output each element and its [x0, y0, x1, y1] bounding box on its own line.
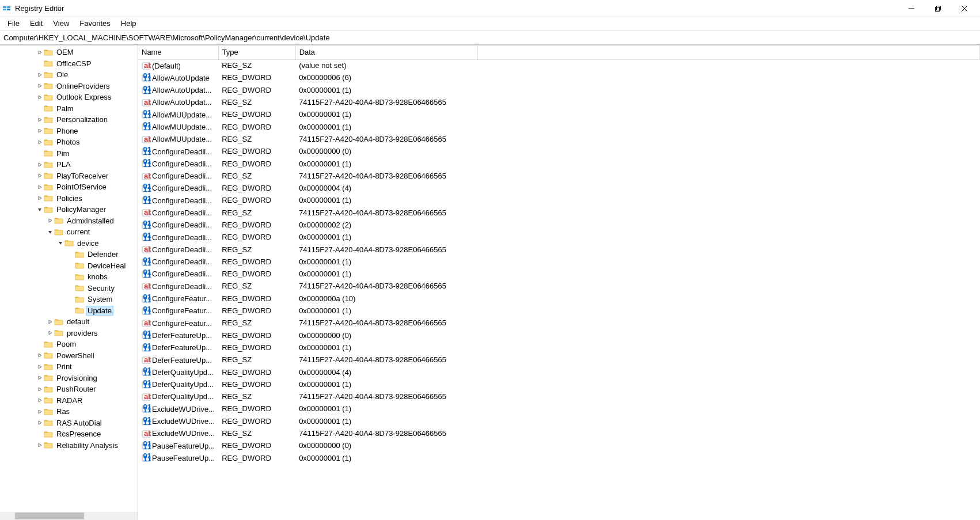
tree-node-providers[interactable]: providers [0, 328, 138, 339]
value-row[interactable]: 011110ExcludeWUDrive...REG_DWORD0x000000… [138, 415, 980, 427]
tree-node-admxinstalled[interactable]: AdmxInstalled [0, 215, 138, 227]
tree-node-rcspresence[interactable]: RcsPresence [0, 428, 138, 440]
tree-node-ole[interactable]: Ole [0, 69, 138, 81]
values-pane[interactable]: Name Type Data ab(Default)REG_SZ(value n… [138, 45, 980, 520]
tree-node-policymanager[interactable]: PolicyManager [0, 204, 138, 215]
column-header-name[interactable]: Name [138, 45, 218, 59]
column-header-data[interactable]: Data [295, 45, 477, 59]
value-row[interactable]: abConfigureDeadli...REG_SZ74115F27-A420-… [138, 170, 980, 182]
tree-node-pla[interactable]: PLA [0, 159, 138, 170]
chevron-right-icon[interactable] [36, 161, 44, 169]
chevron-right-icon[interactable] [46, 217, 54, 225]
value-row[interactable]: abAllowAutoUpdat...REG_SZ74115F27-A420-4… [138, 96, 980, 108]
tree-node-security[interactable]: Security [0, 283, 138, 294]
value-row[interactable]: 011110AllowMUUpdate...REG_DWORD0x0000000… [138, 120, 980, 132]
chevron-down-icon[interactable] [46, 228, 54, 236]
value-row[interactable]: 011110ConfigureFeatur...REG_DWORD0x00000… [138, 305, 980, 317]
value-row[interactable]: 011110DeferQualityUpd...REG_DWORD0x00000… [138, 366, 980, 378]
value-row[interactable]: ab(Default)REG_SZ(value not set) [138, 59, 980, 71]
value-row[interactable]: 011110AllowAutoUpdateREG_DWORD0x00000006… [138, 71, 980, 83]
tree-node-deviceheal[interactable]: DeviceHeal [0, 260, 138, 272]
chevron-right-icon[interactable] [36, 172, 44, 180]
tree-node-system[interactable]: System [0, 294, 138, 305]
tree-node-policies[interactable]: Policies [0, 193, 138, 204]
value-row[interactable]: abDeferQualityUpd...REG_SZ74115F27-A420-… [138, 390, 980, 403]
value-row[interactable]: abAllowMUUpdate...REG_SZ74115F27-A420-40… [138, 133, 980, 145]
value-row[interactable]: abExcludeWUDrive...REG_SZ74115F27-A420-4… [138, 427, 980, 439]
tree-node-oem[interactable]: OEM [0, 47, 138, 58]
menu-help[interactable]: Help [116, 17, 142, 31]
tree-node-personalization[interactable]: Personalization [0, 114, 138, 126]
tree-node-radar[interactable]: RADAR [0, 395, 138, 407]
menu-favorites[interactable]: Favorites [74, 17, 115, 31]
tree-node-default[interactable]: default [0, 316, 138, 328]
chevron-right-icon[interactable] [36, 93, 44, 101]
tree-node-officecsp[interactable]: OfficeCSP [0, 58, 138, 70]
value-row[interactable]: 011110ConfigureDeadli...REG_DWORD0x00000… [138, 194, 980, 206]
value-row[interactable]: 011110DeferQualityUpd...REG_DWORD0x00000… [138, 378, 980, 390]
chevron-right-icon[interactable] [36, 116, 44, 124]
chevron-right-icon[interactable] [46, 318, 54, 326]
value-row[interactable]: 011110ConfigureDeadli...REG_DWORD0x00000… [138, 157, 980, 169]
chevron-right-icon[interactable] [36, 71, 44, 79]
chevron-right-icon[interactable] [36, 441, 44, 449]
tree-node-pim[interactable]: Pim [0, 148, 138, 160]
close-button[interactable] [951, 0, 978, 17]
tree-node-pointofservice[interactable]: PointOfService [0, 181, 138, 193]
value-row[interactable]: abConfigureDeadli...REG_SZ74115F27-A420-… [138, 207, 980, 219]
chevron-right-icon[interactable] [36, 138, 44, 146]
value-row[interactable]: 011110DeferFeatureUp...REG_DWORD0x000000… [138, 329, 980, 341]
value-row[interactable]: 011110AllowMUUpdate...REG_DWORD0x0000000… [138, 108, 980, 120]
chevron-down-icon[interactable] [56, 239, 64, 247]
tree-node-palm[interactable]: Palm [0, 103, 138, 115]
tree-node-provisioning[interactable]: Provisioning [0, 373, 138, 384]
value-row[interactable]: 011110AllowAutoUpdat...REG_DWORD0x000000… [138, 84, 980, 96]
chevron-right-icon[interactable] [36, 194, 44, 202]
value-row[interactable]: abConfigureDeadli...REG_SZ74115F27-A420-… [138, 243, 980, 255]
value-row[interactable]: 011110PauseFeatureUp...REG_DWORD0x000000… [138, 439, 980, 451]
horizontal-scrollbar[interactable] [0, 512, 138, 520]
chevron-right-icon[interactable] [36, 82, 44, 90]
tree-node-ras[interactable]: Ras [0, 406, 138, 417]
tree-node-photos[interactable]: Photos [0, 136, 138, 148]
chevron-right-icon[interactable] [46, 329, 54, 337]
tree-node-outlook-express[interactable]: Outlook Express [0, 92, 138, 103]
value-row[interactable]: 011110ConfigureDeadli...REG_DWORD0x00000… [138, 268, 980, 280]
maximize-button[interactable] [925, 0, 951, 17]
menu-edit[interactable]: Edit [25, 17, 48, 31]
tree-node-print[interactable]: Print [0, 361, 138, 373]
menu-file[interactable]: File [2, 17, 25, 31]
chevron-down-icon[interactable] [36, 206, 44, 214]
value-row[interactable]: 011110ConfigureDeadli...REG_DWORD0x00000… [138, 145, 980, 157]
minimize-button[interactable] [898, 0, 925, 17]
column-header-type[interactable]: Type [218, 45, 295, 59]
chevron-right-icon[interactable] [36, 374, 44, 382]
value-row[interactable]: 011110PauseFeatureUp...REG_DWORD0x000000… [138, 452, 980, 464]
chevron-right-icon[interactable] [36, 48, 44, 56]
tree-node-poom[interactable]: Poom [0, 339, 138, 350]
tree-node-onlineproviders[interactable]: OnlineProviders [0, 81, 138, 92]
menu-view[interactable]: View [48, 17, 74, 31]
tree-node-pushrouter[interactable]: PushRouter [0, 384, 138, 395]
tree-node-current[interactable]: current [0, 226, 138, 238]
value-row[interactable]: 011110ConfigureDeadli...REG_DWORD0x00000… [138, 231, 980, 243]
value-row[interactable]: 011110ConfigureDeadli...REG_DWORD0x00000… [138, 256, 980, 268]
tree-pane[interactable]: OEMOfficeCSPOleOnlineProvidersOutlook Ex… [0, 45, 138, 520]
value-row[interactable]: abDeferFeatureUp...REG_SZ74115F27-A420-4… [138, 354, 980, 366]
value-row[interactable]: abConfigureFeatur...REG_SZ74115F27-A420-… [138, 317, 980, 329]
chevron-right-icon[interactable] [36, 396, 44, 404]
value-row[interactable]: 011110ConfigureDeadli...REG_DWORD0x00000… [138, 219, 980, 231]
chevron-right-icon[interactable] [36, 408, 44, 416]
tree-node-update[interactable]: Update [0, 305, 138, 317]
tree-node-defender[interactable]: Defender [0, 249, 138, 260]
tree-node-phone[interactable]: Phone [0, 126, 138, 137]
value-row[interactable]: 011110ExcludeWUDrive...REG_DWORD0x000000… [138, 403, 980, 415]
chevron-right-icon[interactable] [36, 183, 44, 191]
chevron-right-icon[interactable] [36, 351, 44, 359]
chevron-right-icon[interactable] [36, 385, 44, 393]
value-row[interactable]: 011110ConfigureFeatur...REG_DWORD0x00000… [138, 293, 980, 305]
address-bar[interactable]: Computer\HKEY_LOCAL_MACHINE\SOFTWARE\Mic… [0, 31, 980, 45]
value-row[interactable]: abConfigureDeadli...REG_SZ74115F27-A420-… [138, 280, 980, 292]
tree-node-powershell[interactable]: PowerShell [0, 350, 138, 362]
chevron-right-icon[interactable] [36, 363, 44, 371]
